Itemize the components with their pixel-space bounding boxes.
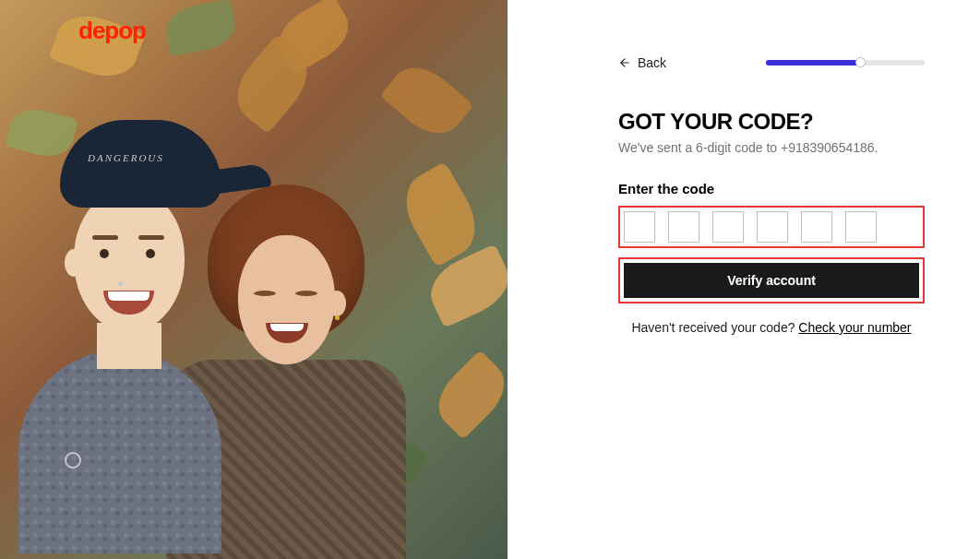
code-input-row bbox=[624, 211, 919, 243]
foliage-decor bbox=[426, 350, 508, 440]
code-digit-5[interactable] bbox=[801, 211, 832, 243]
code-digit-1[interactable] bbox=[624, 211, 655, 243]
code-digit-3[interactable] bbox=[712, 211, 744, 243]
code-input-label: Enter the code bbox=[618, 181, 925, 196]
resend-prompt: Haven't received your code? bbox=[631, 320, 798, 335]
code-digit-2[interactable] bbox=[668, 211, 699, 243]
back-label: Back bbox=[638, 55, 666, 70]
progress-bar bbox=[766, 60, 925, 65]
progress-fill bbox=[766, 60, 861, 65]
back-button[interactable]: Back bbox=[618, 55, 666, 70]
foliage-decor bbox=[162, 0, 239, 56]
arrow-left-icon bbox=[618, 56, 631, 69]
page-subtext: We've sent a 6-digit code to +9183906541… bbox=[618, 140, 925, 155]
progress-knob bbox=[855, 57, 866, 67]
top-bar: Back bbox=[618, 55, 925, 70]
check-number-link[interactable]: Check your number bbox=[798, 320, 911, 335]
page-title: GOT YOUR CODE? bbox=[618, 109, 925, 135]
resend-row: Haven't received your code? Check your n… bbox=[618, 320, 925, 335]
code-digit-4[interactable] bbox=[757, 211, 788, 243]
code-input-highlight bbox=[618, 206, 925, 248]
foliage-decor bbox=[379, 54, 473, 146]
hero-figure-front: DANGEROUS bbox=[9, 111, 268, 553]
cap-text: DANGEROUS bbox=[88, 152, 164, 163]
code-digit-6[interactable] bbox=[845, 211, 877, 243]
verify-button[interactable]: Verify account bbox=[624, 263, 919, 298]
brand-logo: depop bbox=[78, 17, 146, 45]
hero-image-panel: DANGEROUS depop bbox=[0, 0, 508, 559]
verify-button-highlight: Verify account bbox=[618, 257, 925, 303]
form-panel: Back GOT YOUR CODE? We've sent a 6-digit… bbox=[508, 0, 980, 559]
